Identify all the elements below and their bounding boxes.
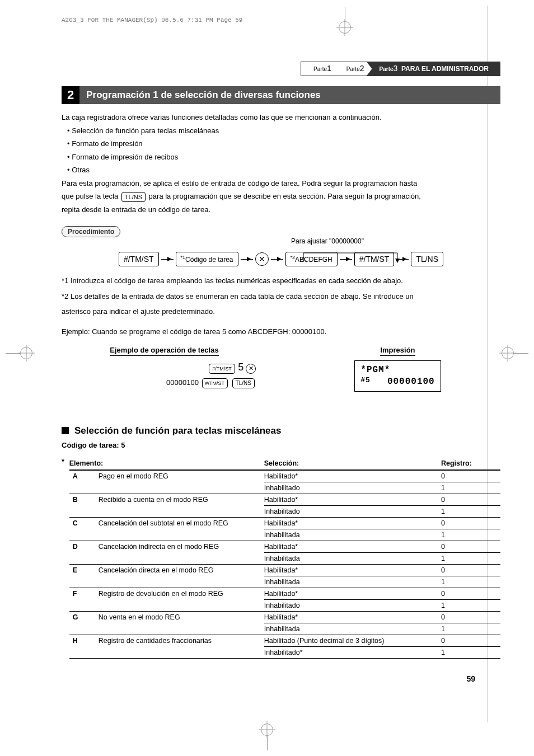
flow-box-tmst-1: #/TM/ST (119, 252, 159, 266)
cell-description: Registro de devolución en el modo REG (99, 588, 264, 599)
example-keys-line1: #/TM/ST 5 ✕ (62, 358, 267, 376)
cell-register: 1 (441, 599, 500, 611)
cell-description: Recibido a cuenta en el modo REG (99, 494, 264, 505)
table-row: Inhabilitada1 (69, 552, 500, 564)
cell-selection: Habilitado (Punto decimal de 3 dígitos) (264, 635, 441, 646)
cell-letter: G (69, 611, 99, 623)
cell-register: 0 (441, 494, 500, 505)
intro-para-2a: Para esta programación, se aplica el est… (62, 178, 500, 189)
print-output-box: *PGM* #5 00000100 (354, 360, 441, 392)
cell-description (99, 576, 264, 588)
flow-arrow (241, 259, 253, 260)
cell-description: Registro de cantidades fraccionarias (99, 635, 264, 646)
cell-description (99, 646, 264, 658)
section-heading: 2 Programación 1 de selección de diversa… (62, 86, 500, 104)
cell-register: 1 (441, 646, 500, 658)
cell-description (99, 599, 264, 611)
cell-register: 1 (441, 623, 500, 635)
intro-para-2c: repita desde la entrada de un código de … (62, 204, 500, 215)
table-row: BRecibido a cuenta en el modo REGHabilit… (69, 494, 500, 505)
page-number: 59 (466, 674, 475, 683)
intro-bullet-3: • Formato de impresión de recibos (67, 152, 500, 163)
cell-letter (69, 623, 99, 635)
cell-letter: D (69, 541, 99, 552)
cell-selection: Habilitado* (264, 494, 441, 505)
cell-description (99, 482, 264, 494)
crop-mark-top (339, 7, 351, 34)
cell-register: 0 (441, 541, 500, 552)
breadcrumb-part2: Parte2 (334, 62, 373, 76)
th-register: Registro: (441, 457, 500, 470)
cell-selection: Inhabilitada (264, 552, 441, 564)
cell-selection: Inhabilitada (264, 576, 441, 588)
flow-arrow (161, 259, 174, 260)
print-line-2b: 00000100 (387, 376, 435, 388)
cell-letter (69, 576, 99, 588)
footnote-2b: asterisco para indicar el ajuste predete… (62, 306, 500, 317)
cell-selection: Inhabilitado (264, 505, 441, 517)
cell-register: 1 (441, 505, 500, 517)
cell-register: 0 (441, 611, 500, 623)
print-slug: A203_3 FOR THE MANAGER(Sp) 06.5.6 7:31 P… (62, 7, 500, 34)
th-item: Elemento: (69, 457, 264, 470)
cell-description: Pago en el modo REG (99, 470, 264, 482)
cell-register: 0 (441, 588, 500, 599)
example-keys-line2: 00000100 #/TM/ST TL/NS (62, 376, 267, 389)
table-row: Inhabilitada1 (69, 623, 500, 635)
table-row: Inhabilitado1 (69, 599, 500, 611)
cell-register: 1 (441, 529, 500, 541)
key-digit-5: 5 (238, 361, 243, 373)
subsection: Selección de función para teclas miscelá… (62, 425, 500, 659)
cell-letter: A (69, 470, 99, 482)
cell-selection: Habilitada* (264, 541, 441, 552)
subsection-title: Selección de función para teclas miscelá… (62, 425, 500, 436)
footnote-2a: *2 Los detalles de la entrada de datos s… (62, 291, 500, 302)
breadcrumb: Parte1 Parte2 Parte3 PARA EL ADMINISTRAD… (62, 62, 500, 76)
intro-line-1: La caja registradora ofrece varias funci… (62, 112, 500, 123)
cell-selection: Habilitado* (264, 470, 441, 482)
cell-letter: F (69, 588, 99, 599)
flow-diagram: Para ajustar "00000000" #/TM/ST *1Código… (62, 252, 500, 266)
flow-box-abcdefgh: *2ABCDEFGH (285, 252, 338, 266)
example-row: Ejemplo de operación de teclas #/TM/ST 5… (62, 346, 500, 392)
table-row: CCancelación del subtotal en el modo REG… (69, 517, 500, 529)
flow-box-tmst-2: #/TM/ST (354, 252, 395, 266)
options-table: Elemento: Selección: Registro: APago en … (69, 457, 500, 659)
keycap-tlns: TL/NS (121, 192, 146, 202)
cell-description: No venta en el modo REG (99, 611, 264, 623)
table-row: HRegistro de cantidades fraccionariasHab… (69, 635, 500, 646)
cell-register: 1 (441, 482, 500, 494)
cell-selection: Habilitada* (264, 564, 441, 576)
cell-letter: B (69, 494, 99, 505)
cell-letter (69, 552, 99, 564)
cell-letter: H (69, 635, 99, 646)
table-row: Inhabilitado1 (69, 482, 500, 494)
flow-arrow (340, 259, 352, 260)
example-print-header: Impresión (380, 346, 415, 356)
cell-register: 1 (441, 552, 500, 564)
flow-box-tlns: TL/NS (411, 252, 443, 266)
cell-selection: Inhabilitado (264, 599, 441, 611)
keycap-tmst: #/TM/ST (209, 364, 235, 374)
keycap-tlns: TL/NS (232, 378, 255, 388)
cell-letter (69, 599, 99, 611)
cell-letter (69, 482, 99, 494)
print-line-1: *PGM* (360, 364, 434, 376)
cell-letter (69, 505, 99, 517)
table-row: FRegistro de devolución en el modo REGHa… (69, 588, 500, 599)
cell-selection: Inhabilitada (264, 623, 441, 635)
slug-text: A203_3 FOR THE MANAGER(Sp) 06.5.6 7:31 P… (62, 17, 242, 24)
procedure-label: Procedimiento (62, 226, 120, 237)
example-keys-header: Ejemplo de operación de teclas (110, 346, 218, 356)
flow-multiply-key: ✕ (255, 252, 269, 266)
print-line-2a: #5 (360, 376, 371, 388)
table-row: GNo venta en el modo REGHabilitada*0 (69, 611, 500, 623)
section-title: Programación 1 de selección de diversas … (79, 86, 500, 104)
section-number: 2 (62, 86, 79, 104)
cell-register: 1 (441, 576, 500, 588)
cell-description (99, 552, 264, 564)
keycap-multiply: ✕ (246, 364, 256, 374)
table-row: Inhabilitado1 (69, 505, 500, 517)
table-row: ECancelación directa en el modo REGHabil… (69, 564, 500, 576)
cell-register: 0 (441, 564, 500, 576)
